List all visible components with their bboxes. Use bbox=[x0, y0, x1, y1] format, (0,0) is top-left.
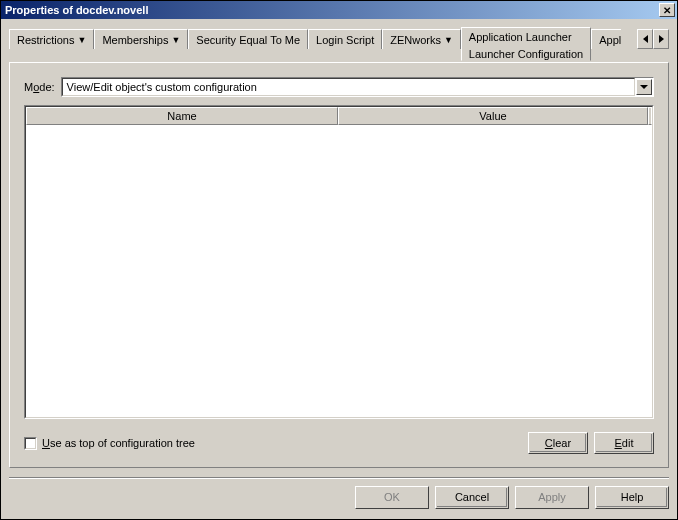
table-header: Name Value bbox=[26, 107, 652, 125]
checkbox-label: Use as top of configuration tree bbox=[42, 437, 195, 449]
checkbox-box[interactable] bbox=[24, 437, 37, 450]
column-header-name[interactable]: Name bbox=[26, 107, 338, 125]
column-header-value[interactable]: Value bbox=[338, 107, 648, 125]
edit-button[interactable]: Edit bbox=[594, 432, 654, 454]
mode-select-value: View/Edit object's custom configuration bbox=[62, 78, 635, 96]
apply-button[interactable]: Apply bbox=[515, 486, 589, 509]
tab-memberships[interactable]: Memberships ▼ bbox=[94, 29, 188, 49]
tab-login-script[interactable]: Login Script bbox=[308, 29, 382, 49]
tab-application-launcher[interactable]: Application Launcher Launcher Configurat… bbox=[461, 27, 591, 61]
tab-clipped[interactable]: Applic bbox=[591, 29, 621, 49]
arrow-right-icon bbox=[659, 35, 664, 43]
close-button[interactable]: ✕ bbox=[659, 3, 675, 17]
help-button[interactable]: Help bbox=[595, 486, 669, 509]
tab-scroll-left[interactable] bbox=[637, 29, 653, 49]
arrow-left-icon bbox=[643, 35, 648, 43]
ok-button[interactable]: OK bbox=[355, 486, 429, 509]
tab-restrictions[interactable]: Restrictions ▼ bbox=[9, 29, 94, 49]
mode-label: Mode: bbox=[24, 81, 55, 93]
tab-subtitle: Launcher Configuration bbox=[469, 48, 583, 60]
use-as-top-checkbox[interactable]: Use as top of configuration tree bbox=[24, 437, 195, 450]
cancel-button[interactable]: Cancel bbox=[435, 486, 509, 509]
properties-window: Properties of docdev.novell ✕ Restrictio… bbox=[0, 0, 678, 520]
chevron-down-icon: ▼ bbox=[77, 35, 86, 45]
config-table: Name Value bbox=[24, 105, 654, 419]
close-icon: ✕ bbox=[663, 5, 671, 16]
mode-select-dropdown-button[interactable] bbox=[636, 79, 652, 95]
chevron-down-icon: ▼ bbox=[444, 35, 453, 45]
window-title: Properties of docdev.novell bbox=[3, 4, 659, 16]
clear-button[interactable]: Clear bbox=[528, 432, 588, 454]
chevron-down-icon: ▼ bbox=[171, 35, 180, 45]
panel-bottom-row: Use as top of configuration tree Clear E… bbox=[24, 431, 654, 455]
dialog-button-row: OK Cancel Apply Help bbox=[1, 481, 677, 519]
tab-zenworks[interactable]: ZENworks ▼ bbox=[382, 29, 461, 49]
chevron-down-icon bbox=[640, 85, 648, 89]
mode-row: Mode: View/Edit object's custom configur… bbox=[24, 77, 654, 97]
tab-panel: Mode: View/Edit object's custom configur… bbox=[9, 62, 669, 468]
titlebar: Properties of docdev.novell ✕ bbox=[1, 1, 677, 19]
tab-strip: Restrictions ▼ Memberships ▼ Security Eq… bbox=[9, 27, 669, 63]
tab-security-equal[interactable]: Security Equal To Me bbox=[188, 29, 308, 49]
tab-scroll bbox=[637, 29, 669, 49]
tab-scroll-right[interactable] bbox=[653, 29, 669, 49]
mode-select[interactable]: View/Edit object's custom configuration bbox=[61, 77, 654, 97]
dialog-content: Restrictions ▼ Memberships ▼ Security Eq… bbox=[1, 19, 677, 477]
table-body[interactable] bbox=[26, 125, 652, 417]
separator bbox=[9, 477, 669, 479]
